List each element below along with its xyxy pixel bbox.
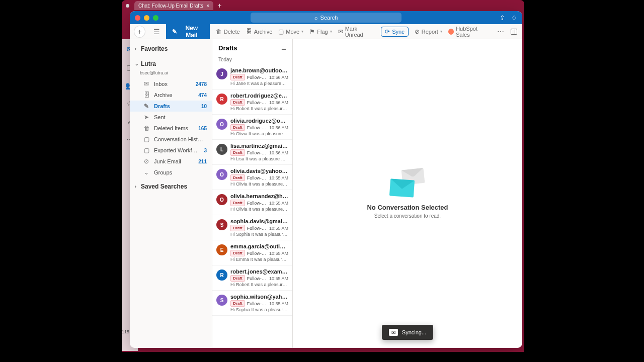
outlook-window: ⌕ Search ⇪ ♢ + ☰ ✎ New Mail 🗑Delete 🗄Arc… <box>130 11 522 348</box>
message-from: olivia.hernandez@hot… <box>230 193 288 199</box>
message-time: 10:56 AM <box>269 75 288 80</box>
message-item[interactable]: S sophia.wilson@yahoo… Draft Follow-… 10… <box>212 291 292 316</box>
folder-name: Junk Email <box>154 158 181 164</box>
mark-unread-button[interactable]: ✉Mark Unread <box>338 26 375 38</box>
sync-toast: ✉ Syncing... <box>382 325 433 340</box>
hamburger-icon[interactable]: ☰ <box>153 28 160 36</box>
archive-icon: 🗄 <box>246 28 252 35</box>
folder-junk-email[interactable]: ⊘Junk Email211 <box>130 156 212 167</box>
report-icon: ⊘ <box>415 28 420 35</box>
hubspot-button[interactable]: HubSpot Sales <box>448 26 491 38</box>
message-time: 10:55 AM <box>269 175 288 180</box>
move-button[interactable]: ▢Move▾ <box>278 28 303 35</box>
account-section[interactable]: ⌄ Lutra <box>130 55 212 70</box>
avatar: R <box>216 269 227 281</box>
msglist-title: Drafts <box>218 44 237 52</box>
filter-icon[interactable]: ☰ <box>281 45 286 51</box>
browser-tab-bar: Chat: Follow-Up Email Drafts × + <box>122 0 524 11</box>
new-tab-button[interactable]: + <box>217 2 221 10</box>
folder-name: Groups <box>154 169 172 175</box>
empty-subtitle: Select a conversation to read. <box>374 213 441 219</box>
folder-name: Deleted Items <box>154 125 188 131</box>
empty-title: No Conversation Selected <box>367 204 448 211</box>
message-item[interactable]: S sophia.davis@gmail.c… Draft Follow-… 1… <box>212 215 292 240</box>
message-item[interactable]: O olivia.rodriguez@outl… Draft Follow-… … <box>212 115 292 140</box>
message-item[interactable]: O olivia.hernandez@hot… Draft Follow-… 1… <box>212 190 292 215</box>
draft-badge: Draft <box>230 149 245 156</box>
folder-icon: ⌄ <box>144 169 150 176</box>
message-time: 10:55 AM <box>269 301 288 306</box>
message-subject: Follow-… <box>247 201 267 206</box>
message-time: 10:55 AM <box>269 226 288 231</box>
folder-sent[interactable]: ➤Sent <box>130 112 212 123</box>
account-email: bsee@lutra.ai <box>130 70 212 78</box>
more-options-button[interactable]: ⋯ <box>497 28 505 36</box>
message-preview: Hi Olivia It was a pleasure… <box>230 131 288 136</box>
minimize-window-button[interactable] <box>144 15 149 21</box>
folder-count: 474 <box>198 93 207 98</box>
message-subject: Follow-… <box>247 150 267 155</box>
folder-name: Drafts <box>154 103 170 109</box>
message-subject: Follow-… <box>247 125 267 130</box>
folder-icon: ⊘ <box>144 158 150 165</box>
favorites-section[interactable]: › Favorites <box>130 42 212 55</box>
message-from: sophia.wilson@yahoo… <box>230 294 288 300</box>
folder-count: 3 <box>204 148 207 153</box>
folder-icon: ▢ <box>144 136 150 143</box>
hubspot-label: HubSpot Sales <box>456 26 491 38</box>
browser-tab[interactable]: Chat: Follow-Up Email Drafts × <box>134 1 213 10</box>
folder-archive[interactable]: 🗄Archive474 <box>130 89 212 101</box>
message-time: 10:56 AM <box>269 125 288 130</box>
folder-name: Inbox <box>154 81 168 87</box>
chevron-down-icon: ▾ <box>301 29 303 34</box>
bell-icon[interactable]: ♢ <box>511 14 517 22</box>
saved-searches-section[interactable]: › Saved Searches <box>130 178 212 193</box>
folder-inbox[interactable]: ✉Inbox2478 <box>130 78 212 89</box>
folder-groups[interactable]: ⌄Groups <box>130 167 212 178</box>
zoom-window-button[interactable] <box>153 15 158 21</box>
message-item[interactable]: E emma.garcia@outloo… Draft Follow-… 10:… <box>212 240 292 265</box>
sync-button[interactable]: ⟳Sync <box>381 27 408 37</box>
search-icon: ⌕ <box>314 15 318 21</box>
delete-button[interactable]: 🗑Delete <box>216 28 240 35</box>
archive-button[interactable]: 🗄Archive <box>246 28 273 35</box>
flag-button[interactable]: ⚑Flag▾ <box>309 28 332 35</box>
share-icon[interactable]: ⇪ <box>500 14 505 22</box>
folder-exported-workf-[interactable]: ▢Exported Workf…3 <box>130 145 212 156</box>
chevron-down-icon: ▾ <box>330 29 332 34</box>
panel-toggle-button[interactable] <box>511 29 517 35</box>
message-item[interactable]: J jane.brown@outlook… Draft Follow-… 10:… <box>212 64 292 89</box>
envelope-icon: ✉ <box>338 28 343 35</box>
message-item[interactable]: R robert.jones@exampl… Draft Follow-… 10… <box>212 265 292 291</box>
message-from: robert.jones@exampl… <box>230 268 288 275</box>
close-icon[interactable]: × <box>206 3 209 9</box>
message-subject: Follow-… <box>247 301 267 306</box>
avatar: O <box>216 169 227 180</box>
folder-drafts[interactable]: ✎Drafts10 <box>130 101 212 112</box>
close-window-button[interactable] <box>135 15 140 21</box>
draft-badge: Draft <box>230 300 245 307</box>
compose-icon: ✎ <box>172 28 177 35</box>
message-item[interactable]: O olivia.davis@yahoo.c… Draft Follow-… 1… <box>212 165 292 190</box>
folder-icon: ▢ <box>278 28 284 35</box>
compose-add-button[interactable]: + <box>134 26 145 38</box>
message-from: olivia.rodriguez@outl… <box>230 118 288 124</box>
message-subject: Follow-… <box>247 75 267 80</box>
search-input[interactable]: ⌕ Search <box>251 13 401 23</box>
traffic-lights <box>135 15 158 21</box>
message-from: lisa.martinez@gmail.… <box>230 143 288 149</box>
message-item[interactable]: L lisa.martinez@gmail.… Draft Follow-… 1… <box>212 140 292 165</box>
delete-label: Delete <box>224 29 240 35</box>
message-preview: Hi Sophia It was a pleasur… <box>230 307 288 312</box>
message-time: 10:55 AM <box>269 276 288 281</box>
draft-badge: Draft <box>230 174 245 181</box>
search-placeholder: Search <box>320 15 338 21</box>
message-from: sophia.davis@gmail.c… <box>230 218 288 224</box>
account-name: Lutra <box>141 60 156 67</box>
folder-conversation-hist-[interactable]: ▢Conversation Hist… <box>130 134 212 145</box>
folder-deleted-items[interactable]: 🗑Deleted Items165 <box>130 123 212 134</box>
report-button[interactable]: ⊘Report▾ <box>415 28 442 35</box>
message-item[interactable]: R robert.rodriguez@exa… Draft Follow-… 1… <box>212 89 292 115</box>
folder-count: 211 <box>198 159 207 164</box>
new-mail-button[interactable]: ✎ New Mail <box>166 22 210 41</box>
